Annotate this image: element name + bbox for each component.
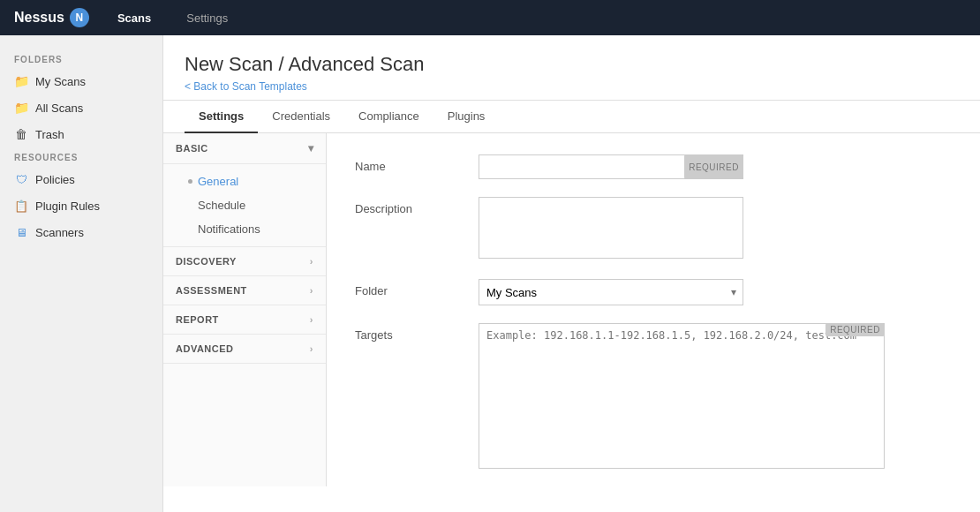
sidebar-item-trash[interactable]: 🗑 Trash [0, 121, 162, 147]
section-basic-label: BASIC [176, 143, 208, 154]
name-control: REQUIRED [479, 154, 952, 179]
basic-sub-items: General Schedule Notifications [163, 164, 326, 247]
sidebar-item-policies[interactable]: 🛡 Policies [0, 166, 162, 192]
sidebar-item-scanners[interactable]: 🖥 Scanners [0, 219, 162, 245]
folder-icon: 📁 [14, 101, 28, 115]
sidebar-item-label: Plugin Rules [35, 200, 100, 213]
sidebar-item-label: All Scans [35, 102, 83, 115]
nav-scans[interactable]: Scans [110, 8, 158, 28]
folder-select-wrap: My Scans All Scans Trash ▾ [479, 279, 743, 305]
tab-settings[interactable]: Settings [185, 101, 258, 133]
description-row: Description [355, 197, 952, 261]
sub-item-label: Schedule [188, 199, 245, 212]
sub-item-notifications[interactable]: Notifications [163, 217, 326, 241]
logo: Nessus N [14, 8, 89, 27]
sidebar: Folders 📁 My Scans 📁 All Scans 🗑 Trash R… [0, 35, 163, 512]
folders-label: Folders [0, 49, 162, 68]
name-label: Name [355, 154, 461, 173]
sub-item-general[interactable]: General [163, 169, 326, 193]
form-panel: Name REQUIRED Description [327, 133, 980, 486]
targets-input[interactable] [479, 323, 885, 469]
section-discovery-label: DISCOVERY [176, 256, 237, 267]
description-label: Description [355, 197, 461, 215]
sidebar-item-plugin-rules[interactable]: 📋 Plugin Rules [0, 192, 162, 219]
sidebar-item-label: Policies [35, 173, 75, 186]
targets-container: REQUIRED [479, 323, 885, 471]
tab-credentials[interactable]: Credentials [258, 101, 344, 133]
sub-item-label: General [198, 175, 238, 188]
sidebar-item-label: Scanners [35, 226, 84, 239]
section-report[interactable]: REPORT › [163, 305, 326, 335]
description-input[interactable] [479, 197, 743, 259]
main-layout: Folders 📁 My Scans 📁 All Scans 🗑 Trash R… [0, 35, 980, 512]
section-basic[interactable]: BASIC ▾ [163, 133, 326, 164]
logo-n: N [70, 8, 89, 27]
plugin-icon: 📋 [14, 199, 28, 213]
section-advanced-label: ADVANCED [176, 343, 234, 354]
top-nav: Nessus N Scans Settings [0, 0, 980, 35]
chevron-right-icon: › [310, 256, 313, 267]
back-link[interactable]: < Back to Scan Templates [185, 80, 307, 93]
shield-icon: 🛡 [14, 172, 28, 186]
chevron-right-icon: › [310, 285, 313, 296]
folder-control: My Scans All Scans Trash ▾ [479, 279, 952, 305]
page-title: New Scan / Advanced Scan [185, 53, 959, 76]
nav-settings[interactable]: Settings [179, 8, 235, 28]
sidebar-item-label: My Scans [35, 75, 86, 88]
folder-label: Folder [355, 279, 461, 297]
trash-icon: 🗑 [14, 127, 28, 141]
dot-icon [188, 179, 192, 184]
chevron-down-icon: ▾ [308, 142, 314, 154]
main-content: New Scan / Advanced Scan < Back to Scan … [163, 35, 980, 512]
section-advanced[interactable]: ADVANCED › [163, 335, 326, 364]
section-assessment[interactable]: ASSESSMENT › [163, 276, 326, 305]
left-panel: BASIC ▾ General Schedule Notifications [163, 133, 327, 486]
description-control [479, 197, 952, 261]
sub-item-schedule[interactable]: Schedule [163, 193, 326, 217]
name-input-container: REQUIRED [479, 154, 743, 179]
folder-row: Folder My Scans All Scans Trash ▾ [355, 279, 952, 305]
folder-icon: 📁 [14, 74, 28, 88]
section-report-label: REPORT [176, 314, 219, 325]
targets-required-badge: REQUIRED [825, 323, 885, 336]
chevron-right-icon: › [310, 343, 313, 354]
targets-control: REQUIRED [479, 323, 952, 471]
tab-compliance[interactable]: Compliance [344, 101, 433, 133]
sidebar-item-my-scans[interactable]: 📁 My Scans [0, 68, 162, 94]
targets-row: Targets REQUIRED [355, 323, 952, 471]
sidebar-item-label: Trash [35, 128, 64, 141]
page-header: New Scan / Advanced Scan < Back to Scan … [163, 35, 980, 101]
section-assessment-label: ASSESSMENT [176, 285, 247, 296]
resources-label: Resources [0, 147, 162, 166]
targets-label: Targets [355, 323, 461, 342]
chevron-right-icon: › [310, 314, 313, 325]
folder-select[interactable]: My Scans All Scans Trash [479, 279, 743, 305]
inner-layout: BASIC ▾ General Schedule Notifications [163, 133, 980, 486]
scanner-icon: 🖥 [14, 225, 28, 239]
sidebar-item-all-scans[interactable]: 📁 All Scans [0, 94, 162, 121]
tabs-bar: Settings Credentials Compliance Plugins [163, 101, 980, 133]
logo-text: Nessus [14, 10, 64, 26]
tab-plugins[interactable]: Plugins [433, 101, 500, 133]
name-row: Name REQUIRED [355, 154, 952, 179]
name-required-badge: REQUIRED [684, 154, 743, 179]
sub-item-label: Notifications [188, 222, 260, 236]
section-discovery[interactable]: DISCOVERY › [163, 247, 326, 276]
